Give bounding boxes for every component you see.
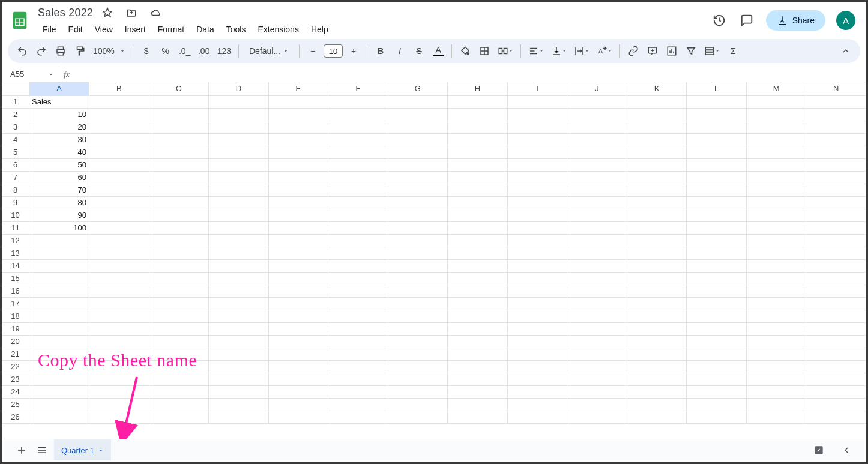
cell-K5[interactable] [627,146,687,158]
cell-F21[interactable] [328,348,388,360]
cell-D19[interactable] [209,322,269,335]
cell-D22[interactable] [209,360,269,373]
cell-E17[interactable] [268,297,328,310]
cell-M18[interactable] [746,310,806,322]
row-header-14[interactable]: 14 [2,259,29,272]
cell-B12[interactable] [89,234,149,247]
cell-J17[interactable] [567,297,627,310]
cell-M5[interactable] [746,146,806,158]
col-header-N[interactable]: N [806,82,866,95]
row-header-18[interactable]: 18 [2,310,29,322]
col-header-B[interactable]: B [89,82,149,95]
cell-F14[interactable] [328,259,388,272]
cell-G13[interactable] [388,247,448,259]
cell-H9[interactable] [448,196,508,209]
cell-N16[interactable] [806,285,866,297]
cell-M13[interactable] [746,247,806,259]
cell-M3[interactable] [746,121,806,133]
cell-K6[interactable] [627,158,687,171]
cell-I24[interactable] [507,385,567,398]
cell-G23[interactable] [388,373,448,385]
cell-I15[interactable] [507,272,567,285]
row-header-3[interactable]: 3 [2,121,29,133]
cell-B9[interactable] [89,196,149,209]
cell-E11[interactable] [268,221,328,234]
spreadsheet-grid[interactable]: ABCDEFGHIJKLMN 1Sales2103204305406507608… [2,82,866,424]
cell-F18[interactable] [328,310,388,322]
cell-K14[interactable] [627,259,687,272]
cell-D21[interactable] [209,348,269,360]
menu-edit[interactable]: Edit [64,22,88,37]
cell-H24[interactable] [448,385,508,398]
cell-N2[interactable] [806,108,866,121]
cell-H2[interactable] [448,108,508,121]
cell-L23[interactable] [687,373,747,385]
cell-B11[interactable] [89,221,149,234]
cell-N18[interactable] [806,310,866,322]
cell-C24[interactable] [149,385,209,398]
cell-C14[interactable] [149,259,209,272]
cell-J1[interactable] [567,95,627,108]
cell-J26[interactable] [567,411,627,423]
cell-E3[interactable] [268,121,328,133]
cell-N21[interactable] [806,348,866,360]
cell-D10[interactable] [209,209,269,221]
cell-C5[interactable] [149,146,209,158]
cell-A21[interactable] [29,348,89,360]
cell-N6[interactable] [806,158,866,171]
history-icon[interactable] [711,12,728,29]
cell-L9[interactable] [687,196,747,209]
cell-A22[interactable] [29,360,89,373]
cell-D9[interactable] [209,196,269,209]
cell-B6[interactable] [89,158,149,171]
cell-A6[interactable]: 50 [29,158,89,171]
cell-G4[interactable] [388,133,448,146]
row-header-7[interactable]: 7 [2,171,29,184]
col-header-D[interactable]: D [209,82,269,95]
currency-icon[interactable]: $ [138,43,155,59]
cell-K24[interactable] [627,385,687,398]
cell-J18[interactable] [567,310,627,322]
cell-H22[interactable] [448,360,508,373]
cell-G3[interactable] [388,121,448,133]
cell-D4[interactable] [209,133,269,146]
cell-L15[interactable] [687,272,747,285]
cell-D17[interactable] [209,297,269,310]
cell-N7[interactable] [806,171,866,184]
cell-L18[interactable] [687,310,747,322]
cell-F9[interactable] [328,196,388,209]
cell-J16[interactable] [567,285,627,297]
cell-B25[interactable] [89,398,149,411]
cell-I21[interactable] [507,348,567,360]
font-family-select[interactable]: Defaul... [244,43,294,59]
row-header-6[interactable]: 6 [2,158,29,171]
cell-E25[interactable] [268,398,328,411]
cell-L13[interactable] [687,247,747,259]
cell-L17[interactable] [687,297,747,310]
cell-G17[interactable] [388,297,448,310]
cell-H18[interactable] [448,310,508,322]
cell-I3[interactable] [507,121,567,133]
col-header-G[interactable]: G [388,82,448,95]
star-icon[interactable] [99,4,116,21]
cell-H5[interactable] [448,146,508,158]
cell-I16[interactable] [507,285,567,297]
cell-C3[interactable] [149,121,209,133]
cell-J12[interactable] [567,234,627,247]
cell-A15[interactable] [29,272,89,285]
cell-M15[interactable] [746,272,806,285]
collapse-toolbar-icon[interactable] [837,43,854,59]
cell-D14[interactable] [209,259,269,272]
cell-M2[interactable] [746,108,806,121]
cell-J3[interactable] [567,121,627,133]
cell-C18[interactable] [149,310,209,322]
filter-views-icon[interactable] [702,43,722,59]
cell-H7[interactable] [448,171,508,184]
cell-M21[interactable] [746,348,806,360]
cell-L5[interactable] [687,146,747,158]
font-size-decrease-icon[interactable]: − [304,43,321,59]
doc-title[interactable]: Sales 2022 [38,7,93,19]
cell-I7[interactable] [507,171,567,184]
cell-J21[interactable] [567,348,627,360]
cell-A17[interactable] [29,297,89,310]
